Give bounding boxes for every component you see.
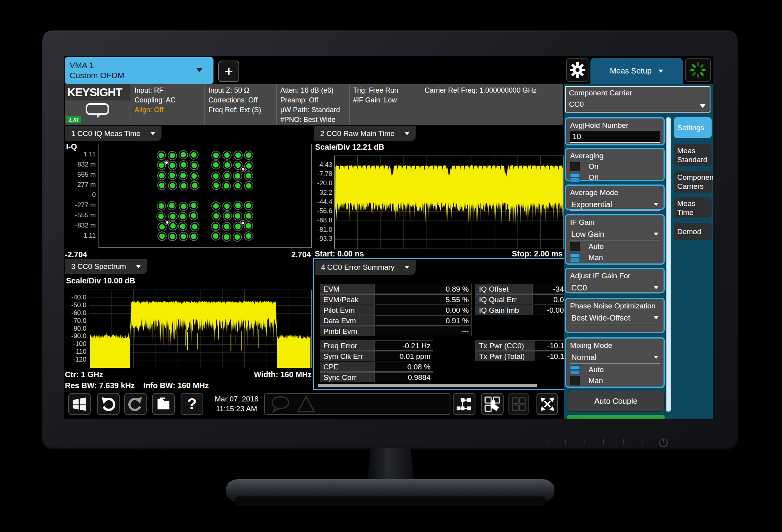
expand-arrows-icon — [539, 396, 556, 412]
fullscreen-button[interactable] — [536, 393, 558, 415]
menu-item-label: Averaging — [566, 150, 664, 161]
avg-hold-number-input[interactable]: 10 — [570, 131, 660, 143]
axis-tick-label: 277 m — [65, 181, 96, 189]
panel-tab-component-carriers[interactable]: Component Carriers — [674, 171, 712, 193]
time-plot — [334, 156, 564, 249]
busy-indicator-button[interactable] — [685, 58, 711, 82]
menu-item-label: Mixing Mode — [566, 340, 664, 351]
panel-tab-settings[interactable]: Settings — [674, 117, 712, 138]
toggle-option-on[interactable]: On — [566, 161, 664, 172]
toggle-option-auto[interactable]: Auto — [566, 364, 664, 375]
window-error-summary[interactable]: 4 CC0 Error Summary EVM0.89 %EVM/Peak5.5… — [313, 258, 566, 390]
windows-start-button[interactable] — [68, 393, 91, 415]
error-table-value: -34 — [533, 284, 565, 294]
axis-tick-label: -44.4 — [313, 198, 332, 206]
dropdown-value[interactable]: Normal — [570, 351, 660, 364]
error-table-label: Data Evm — [320, 315, 374, 326]
dropdown-value-text: Normal — [571, 353, 596, 362]
monitor-stand-lip — [235, 496, 546, 506]
error-table-value: 0.89 % — [374, 284, 472, 294]
file-button[interactable] — [152, 393, 175, 415]
axis-tick-label: -20.0 — [313, 179, 332, 187]
error-table-label: Tx Pwr (Total) — [475, 351, 534, 361]
auto-couple-button[interactable]: Auto Couple — [567, 391, 665, 412]
measurement-mode-tab[interactable]: VMA 1 Custom OFDM — [65, 57, 213, 84]
panel-tab-meas-time[interactable]: Meas Time — [674, 197, 712, 218]
axis-tick-label: -555 m — [65, 211, 96, 219]
chevron-down-icon — [699, 104, 706, 108]
toggle-option-label: Off — [588, 173, 598, 182]
menu-title-tab[interactable]: Meas Setup — [590, 58, 683, 84]
menu-item-averaging: AveragingOnOff — [565, 148, 665, 181]
toggle-indicator — [570, 253, 580, 262]
center-freq-label: Ctr: 1 GHz — [65, 370, 103, 379]
toggle-option-auto[interactable]: Auto — [566, 241, 664, 252]
window-layout-button[interactable] — [453, 393, 475, 415]
redo-icon — [127, 396, 143, 412]
speech-bubble-icon — [271, 395, 291, 413]
window-select-button[interactable] — [481, 393, 504, 415]
chevron-down-icon — [654, 356, 658, 359]
lxi-badge: LXI — [66, 116, 81, 123]
grid-layout-button[interactable] — [508, 393, 529, 415]
menu-item-label: IF Gain — [566, 217, 664, 227]
window1-title-tab[interactable]: 1 CC0 IQ Meas Time — [65, 126, 161, 141]
power-icon[interactable] — [658, 437, 669, 448]
scale-div-label: Scale/Div 10.00 dB — [66, 276, 135, 285]
window3-title-tab[interactable]: 3 CC0 Spectrum — [65, 259, 147, 274]
folder-icon — [156, 397, 171, 412]
status-line: #IF Gain: Low — [353, 95, 417, 105]
component-carrier-dropdown[interactable]: Component Carrier CC0 — [565, 86, 710, 113]
status-line: Input Z: 50 Ω — [208, 86, 273, 95]
dropdown-value[interactable]: Low Gain — [570, 228, 660, 240]
undo-button[interactable] — [97, 393, 120, 415]
menu-item-if-gain: IF GainLow GainAutoMan — [565, 214, 665, 265]
axis-tick-label: -90.0 — [64, 332, 86, 340]
info-bw-label: Info BW: 160 MHz — [143, 381, 209, 390]
status-line: Freq Ref: Ext (S) — [208, 105, 273, 115]
help-button[interactable]: ? — [181, 393, 203, 415]
stop-label: Stop: 2.00 ms — [512, 249, 563, 258]
panel-tab-meas-standard[interactable]: Meas Standard — [674, 144, 712, 166]
error-table-label: IQ Gain Imb — [475, 305, 533, 315]
panel-tab-demod[interactable]: Demod — [674, 223, 712, 240]
window-spectrum[interactable]: 3 CC0 Spectrum Scale/Div 10.00 dB Ctr: 1… — [64, 258, 313, 390]
add-measurement-button[interactable]: + — [218, 61, 239, 82]
toggle-indicator — [570, 173, 580, 182]
bezel-tick — [623, 439, 624, 444]
annotation-box[interactable] — [264, 393, 450, 415]
error-table-label: CPE — [320, 362, 374, 372]
chevron-down-icon — [658, 70, 663, 73]
bezel-tick — [585, 439, 585, 444]
date-text: Mar 07, 2018 — [207, 394, 266, 404]
window-raw-main-time[interactable]: 2 CC0 Raw Main Time Scale/Div 12.21 dB S… — [313, 125, 566, 258]
axis-tick-label: -120 — [64, 356, 86, 364]
menu-item-avg-hold-number: Avg|Hold Number10 — [565, 117, 665, 145]
redo-button[interactable] — [124, 393, 147, 415]
dropdown-value-text: CC0 — [571, 283, 587, 292]
toggle-option-man[interactable]: Man — [566, 375, 664, 386]
spinner-icon — [689, 61, 707, 79]
horizontal-scrollbar[interactable] — [318, 384, 537, 387]
system-settings-button[interactable] — [566, 58, 588, 82]
axis-tick-label: -70.0 — [64, 317, 86, 325]
dropdown-value[interactable]: CC0 — [570, 282, 660, 294]
toggle-option-off[interactable]: Off — [566, 172, 664, 183]
error-table-value: 0.01 ppm — [374, 351, 433, 361]
panel-scrollbar[interactable] — [666, 117, 671, 412]
toggle-option-label: On — [588, 162, 598, 171]
status-line: Carrier Ref Freq: 1.000000000 GHz — [425, 86, 560, 95]
error-table-label: Sym Clk Err — [320, 351, 374, 361]
dropdown-value[interactable]: Best Wide-Offset — [570, 312, 660, 324]
error-table-value: -10.1 — [534, 351, 565, 361]
window-iq-meas-time[interactable]: 1 CC0 IQ Meas Time I-Q -2.704 2.704 1.11… — [64, 125, 313, 258]
status-bar: KEYSIGHT LXI Input: RFCoupling: ACAlign:… — [65, 84, 563, 125]
error-table-value: 0.00 % — [374, 305, 472, 315]
axis-tick-label: -56.6 — [313, 207, 332, 215]
dropdown-value[interactable]: Exponential — [570, 199, 660, 211]
toggle-option-man[interactable]: Man — [566, 252, 664, 263]
window2-title-tab[interactable]: 2 CC0 Raw Main Time — [314, 126, 416, 141]
panel-bottom-button-partial[interactable] — [567, 415, 665, 419]
axis-tick-label: -100 — [64, 340, 86, 348]
keysight-bubble-icon — [85, 103, 109, 118]
